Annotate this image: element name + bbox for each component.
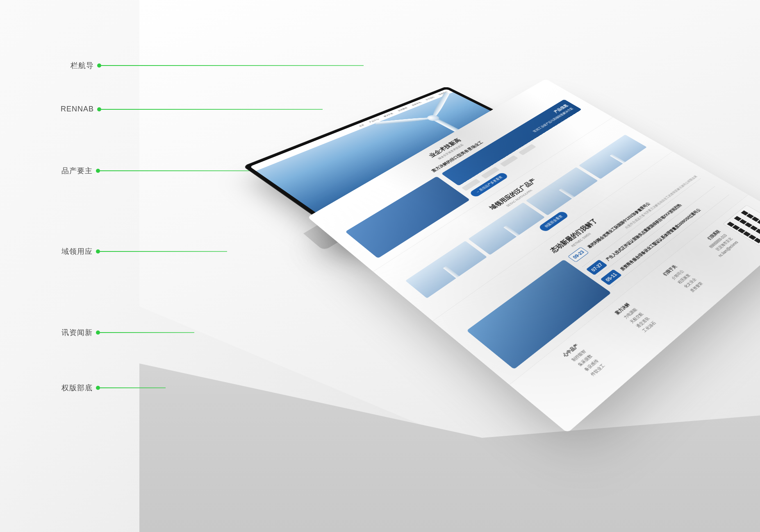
laptop-mockup: 首页 产品中心 解决方案 应用案例 新闻资讯 关于我们 联系我们 xyxy=(213,25,685,475)
annotation-layer: 导航栏 BANNER 主要产品 应用领域 新闻资讯 底部版权 xyxy=(0,0,164,532)
case-thumb[interactable] xyxy=(468,202,545,255)
annotation-news-text: 新闻资讯 xyxy=(61,328,93,337)
annotation-footer-text: 底部版权 xyxy=(61,383,93,393)
annotation-nav: 导航栏 xyxy=(71,61,101,70)
annotation-news: 新闻资讯 xyxy=(61,328,100,337)
annotation-cases-text: 应用领域 xyxy=(61,247,93,256)
annotation-nav-text: 导航栏 xyxy=(71,61,94,70)
annotation-cases: 应用领域 xyxy=(61,247,100,256)
annotation-dot-icon xyxy=(97,107,101,111)
nav-item[interactable]: 首页 xyxy=(358,124,365,127)
annotation-dot-icon xyxy=(96,249,100,254)
annotation-dot-icon xyxy=(96,169,100,173)
annotation-dot-icon xyxy=(96,331,100,335)
scene-root: 导航栏 BANNER 主要产品 应用领域 新闻资讯 底部版权 xyxy=(0,0,760,532)
annotation-products-text: 主要产品 xyxy=(61,166,93,176)
annotation-banner-text: BANNER xyxy=(61,105,94,113)
annotation-banner: BANNER xyxy=(61,105,101,113)
case-thumb[interactable] xyxy=(405,241,487,298)
annotation-footer: 底部版权 xyxy=(61,383,100,393)
annotation-products: 主要产品 xyxy=(61,166,100,176)
annotation-dot-icon xyxy=(96,386,100,390)
annotation-dot-icon xyxy=(97,63,101,68)
